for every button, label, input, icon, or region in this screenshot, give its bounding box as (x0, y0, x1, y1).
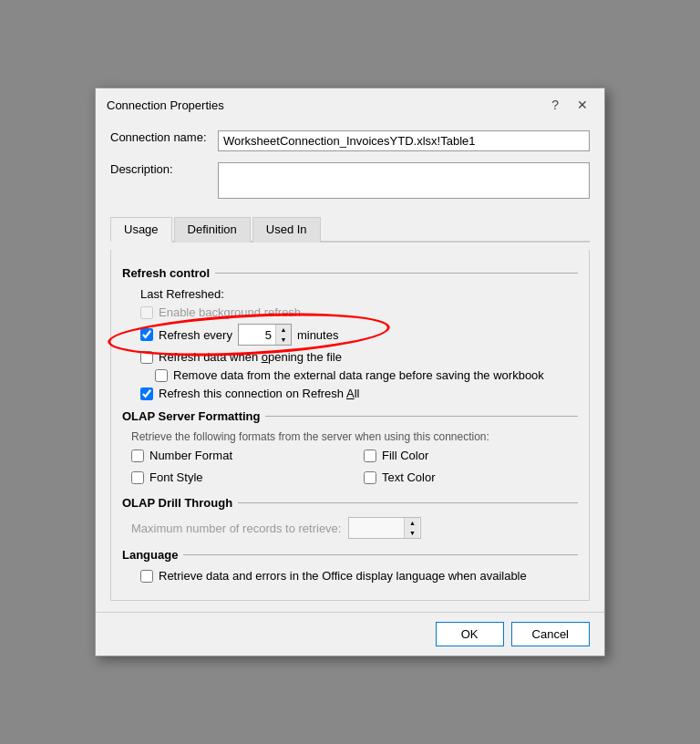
refresh-every-checkbox[interactable] (140, 328, 153, 341)
language-section-header: Language (122, 548, 578, 562)
cancel-button[interactable]: Cancel (511, 622, 590, 646)
retrieve-language-row: Retrieve data and errors in the Office d… (122, 569, 578, 583)
enable-background-checkbox[interactable] (140, 306, 153, 319)
connection-name-row: Connection name: (110, 130, 590, 151)
last-refreshed-row: Last Refreshed: (122, 287, 578, 301)
refresh-on-open-label: Refresh data when opening the file (159, 350, 342, 364)
refresh-every-input[interactable] (239, 326, 275, 344)
text-color-row: Text Color (364, 470, 578, 484)
number-format-checkbox[interactable] (131, 450, 144, 462)
fill-color-row: Fill Color (364, 449, 578, 462)
drill-spinner-down-button[interactable]: ▼ (405, 528, 419, 538)
language-title: Language (122, 548, 178, 562)
font-style-label: Font Style (149, 470, 203, 484)
olap-drill-line (238, 502, 578, 503)
retrieve-language-checkbox[interactable] (140, 570, 153, 583)
minutes-label: minutes (297, 328, 339, 342)
title-bar: Connection Properties ? ✕ (96, 88, 604, 119)
tabs-row: Usage Definition Used In (110, 215, 590, 243)
remove-data-row: Remove data from the external data range… (122, 368, 578, 382)
refresh-every-row: Refresh every ▲ ▼ minutes (122, 324, 578, 346)
refresh-all-label: Refresh this connection on Refresh All (159, 387, 359, 400)
refresh-all-row: Refresh this connection on Refresh All (122, 387, 578, 400)
olap-sublabel: Retrieve the following formats from the … (122, 430, 578, 443)
max-records-spinner: ▲ ▼ (348, 517, 421, 539)
enable-background-row: Enable background refresh (122, 305, 578, 319)
section-divider-line (215, 273, 578, 274)
olap-format-grid: Number Format Fill Color Font Style Text… (122, 449, 578, 489)
ok-button[interactable]: OK (436, 622, 504, 646)
max-records-row: Maximum number of records to retrieve: ▲… (122, 517, 578, 539)
olap-section-line (265, 416, 578, 417)
spinner-up-button[interactable]: ▲ (276, 325, 291, 335)
connection-name-label: Connection name: (110, 130, 211, 144)
close-button[interactable]: ✕ (571, 96, 593, 114)
refresh-control-title: Refresh control (122, 266, 210, 280)
refresh-on-open-checkbox[interactable] (140, 351, 153, 364)
max-records-input[interactable] (349, 520, 404, 537)
remove-data-checkbox[interactable] (155, 369, 168, 382)
language-line (183, 554, 578, 555)
number-format-row: Number Format (131, 449, 345, 462)
refresh-all-checkbox[interactable] (140, 388, 153, 400)
text-color-checkbox[interactable] (364, 471, 376, 484)
number-format-label: Number Format (149, 449, 232, 462)
refresh-every-label: Refresh every (159, 328, 232, 342)
remove-data-label: Remove data from the external data range… (173, 368, 544, 382)
description-label: Description: (110, 162, 211, 176)
tab-usage[interactable]: Usage (110, 217, 172, 243)
description-row: Description: (110, 162, 590, 199)
olap-formatting-section-header: OLAP Server Formatting (122, 409, 578, 423)
drill-spinner-buttons: ▲ ▼ (404, 518, 419, 538)
title-controls: ? ✕ (546, 96, 593, 114)
enable-background-label: Enable background refresh (159, 305, 301, 319)
tab-content-usage: Refresh control Last Refreshed: Enable b… (110, 250, 590, 601)
max-records-label: Maximum number of records to retrieve: (131, 522, 341, 535)
tab-used-in[interactable]: Used In (252, 217, 321, 243)
refresh-on-open-row: Refresh data when opening the file (122, 350, 578, 364)
font-style-checkbox[interactable] (131, 471, 144, 484)
retrieve-language-label: Retrieve data and errors in the Office d… (159, 569, 527, 583)
olap-formatting-title: OLAP Server Formatting (122, 409, 260, 423)
last-refreshed-label: Last Refreshed: (140, 287, 224, 301)
olap-drill-section-header: OLAP Drill Through (122, 496, 578, 510)
spinner-down-button[interactable]: ▼ (276, 335, 291, 345)
fill-color-label: Fill Color (382, 449, 428, 462)
tab-definition[interactable]: Definition (174, 217, 251, 243)
font-style-row: Font Style (131, 470, 345, 484)
description-input[interactable] (218, 162, 590, 199)
refresh-control-section-header: Refresh control (122, 266, 578, 280)
connection-properties-dialog: Connection Properties ? ✕ Connection nam… (95, 88, 605, 656)
text-color-label: Text Color (382, 470, 436, 484)
dialog-body: Connection name: Description: Usage Defi… (96, 119, 604, 612)
dialog-footer: OK Cancel (96, 612, 604, 656)
help-button[interactable]: ? (546, 96, 564, 114)
refresh-every-spinner: ▲ ▼ (238, 324, 292, 346)
dialog-title: Connection Properties (107, 98, 224, 112)
drill-spinner-up-button[interactable]: ▲ (405, 518, 419, 528)
spinner-buttons: ▲ ▼ (275, 325, 291, 345)
olap-drill-title: OLAP Drill Through (122, 496, 232, 510)
connection-name-input[interactable] (218, 130, 590, 151)
fill-color-checkbox[interactable] (364, 450, 376, 462)
